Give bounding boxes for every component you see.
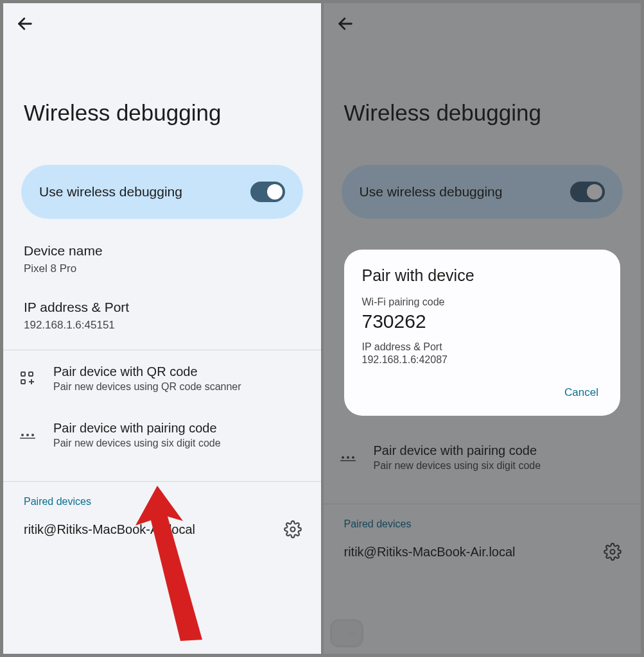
gear-icon[interactable] (284, 520, 302, 538)
pair-code-row[interactable]: Pair device with pairing code Pair new d… (3, 407, 321, 463)
left-screenshot: Wireless debugging Use wireless debuggin… (0, 0, 322, 657)
device-name-value: Pixel 8 Pro (24, 262, 300, 275)
svg-point-6 (21, 434, 24, 436)
back-arrow-icon[interactable] (16, 15, 34, 33)
device-name-block: Device name Pixel 8 Pro (3, 243, 321, 275)
wireless-debugging-toggle-card[interactable]: Use wireless debugging (21, 165, 303, 219)
pair-code-subtitle: Pair new devices using six digit code (53, 438, 313, 449)
page-title: Wireless debugging (3, 35, 321, 165)
modal-overlay[interactable]: Pair with device Wi-Fi pairing code 7302… (324, 3, 641, 654)
svg-point-8 (31, 434, 34, 436)
cancel-button[interactable]: Cancel (561, 382, 602, 403)
dialog-code-label: Wi-Fi pairing code (362, 296, 603, 308)
pair-qr-row[interactable]: Pair device with QR code Pair new device… (3, 350, 321, 407)
paired-device-name: ritik@Ritiks-MacBook-Air.local (24, 522, 195, 537)
right-screenshot: Wireless debugging Use wireless debuggin… (322, 0, 645, 657)
ip-port-block: IP address & Port 192.168.1.6:45151 (3, 300, 321, 332)
pair-qr-title: Pair device with QR code (53, 364, 313, 379)
ip-port-value: 192.168.1.6:45151 (24, 319, 300, 332)
pair-qr-subtitle: Pair new devices using QR code scanner (53, 381, 313, 393)
pair-code-title: Pair device with pairing code (53, 421, 313, 436)
dialog-code-value: 730262 (362, 311, 603, 332)
ip-port-label: IP address & Port (24, 300, 300, 315)
svg-rect-3 (21, 380, 25, 384)
dialog-ip-label: IP address & Port (362, 341, 603, 353)
dialog-ip-value: 192.168.1.6:42087 (362, 354, 603, 366)
switch-knob (267, 184, 283, 200)
toggle-label: Use wireless debugging (39, 184, 182, 200)
code-dots-icon (20, 431, 35, 439)
paired-devices-label: Paired devices (3, 482, 321, 516)
svg-rect-1 (21, 372, 25, 376)
svg-point-7 (26, 434, 29, 436)
device-name-label: Device name (24, 243, 300, 259)
svg-point-10 (290, 527, 295, 532)
svg-rect-2 (29, 372, 33, 376)
paired-device-row[interactable]: ritik@Ritiks-MacBook-Air.local (3, 516, 321, 550)
toggle-switch[interactable] (250, 182, 285, 202)
pair-dialog: Pair with device Wi-Fi pairing code 7302… (344, 250, 621, 416)
qr-icon (20, 371, 35, 386)
dialog-title: Pair with device (362, 266, 603, 285)
